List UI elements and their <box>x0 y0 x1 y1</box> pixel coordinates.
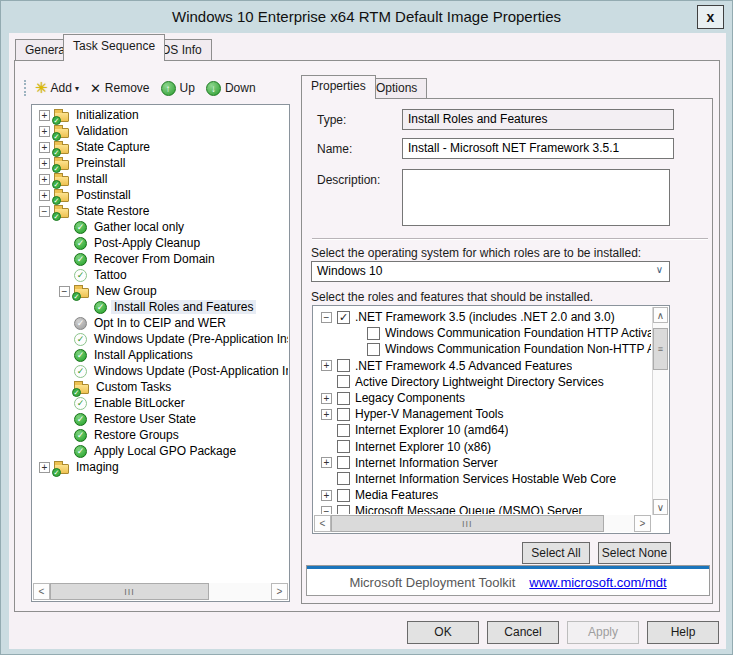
checkbox-unchecked[interactable] <box>337 505 350 514</box>
roles-list-item[interactable]: −✓.NET Framework 3.5 (includes .NET 2.0 … <box>314 309 651 325</box>
ok-button[interactable]: OK <box>407 621 479 644</box>
tree-scroll-thumb[interactable]: III <box>50 583 209 600</box>
description-field[interactable] <box>402 169 670 226</box>
collapse-icon[interactable]: − <box>39 206 50 217</box>
checkbox-unchecked[interactable] <box>337 408 350 421</box>
roles-list-item[interactable]: Internet Explorer 10 (amd64) <box>314 422 651 438</box>
name-field[interactable]: Install - Microsoft NET Framework 3.5.1 <box>402 138 674 159</box>
tree-item[interactable]: +✓State Capture <box>33 139 288 155</box>
collapse-icon[interactable]: − <box>321 506 332 514</box>
expand-icon[interactable]: + <box>39 190 50 201</box>
expand-icon[interactable]: + <box>39 126 50 137</box>
add-label: Add <box>51 81 72 95</box>
roles-list-item[interactable]: −Microsoft Message Queue (MSMQ) Server <box>314 503 651 514</box>
add-dropdown-icon[interactable]: ▾ <box>75 84 79 93</box>
tree-item[interactable]: ✓Gather local only <box>33 219 288 235</box>
tree-item[interactable]: ✓Post-Apply Cleanup <box>33 235 288 251</box>
checkbox-unchecked[interactable] <box>367 343 380 356</box>
tree-item[interactable]: ✓Restore Groups <box>33 427 288 443</box>
scroll-left-icon[interactable]: < <box>314 515 331 532</box>
folder-check-badge-icon: ✓ <box>72 292 81 301</box>
checkbox-unchecked[interactable] <box>337 359 350 372</box>
dialog-window: Windows 10 Enterprise x64 RTM Default Im… <box>0 0 733 655</box>
checkbox-unchecked[interactable] <box>337 424 350 437</box>
up-button[interactable]: ↑ Up <box>161 81 195 96</box>
tree-item[interactable]: +✓Preinstall <box>33 155 288 171</box>
roles-vertical-scrollbar[interactable]: ∧ ≡ ∨ <box>652 307 668 515</box>
roles-list-item[interactable]: +Media Features <box>314 487 651 503</box>
scroll-right-icon[interactable]: > <box>634 515 651 532</box>
tree-item[interactable]: +✓Imaging <box>33 459 288 475</box>
collapse-icon[interactable]: − <box>321 312 332 323</box>
checkbox-unchecked[interactable] <box>337 456 350 469</box>
expand-icon[interactable]: + <box>39 110 50 121</box>
tree-item[interactable]: ✓Opt In to CEIP and WER <box>33 315 288 331</box>
select-none-button[interactable]: Select None <box>598 542 671 564</box>
roles-list-item[interactable]: Active Directory Lightweight Directory S… <box>314 374 651 390</box>
expand-icon[interactable]: + <box>321 490 332 501</box>
expand-icon[interactable]: + <box>321 409 332 420</box>
roles-list-item[interactable]: Windows Communication Foundation HTTP Ac… <box>314 325 651 341</box>
expand-icon[interactable]: + <box>321 457 332 468</box>
roles-list-item[interactable]: +Legacy Components <box>314 390 651 406</box>
down-button[interactable]: ↓ Down <box>206 81 256 96</box>
checkbox-checked[interactable]: ✓ <box>337 311 350 324</box>
tree-item[interactable]: −✓New Group <box>33 283 288 299</box>
mdt-link[interactable]: www.microsoft.com/mdt <box>529 575 666 590</box>
cancel-button[interactable]: Cancel <box>487 621 559 644</box>
roles-list-item[interactable]: Internet Explorer 10 (x86) <box>314 439 651 455</box>
select-all-button[interactable]: Select All <box>522 542 590 564</box>
tree-item[interactable]: ✓Windows Update (Pre-Application Install… <box>33 331 288 347</box>
expand-icon[interactable]: + <box>39 158 50 169</box>
roles-scroll-track[interactable]: III <box>331 515 634 532</box>
remove-button[interactable]: ✕ Remove <box>90 81 150 96</box>
tree-item[interactable]: ✓Install Applications <box>33 347 288 363</box>
expand-icon[interactable]: + <box>39 174 50 185</box>
tree-item[interactable]: ✓Enable BitLocker <box>33 395 288 411</box>
checkbox-unchecked[interactable] <box>337 375 350 388</box>
checkbox-unchecked[interactable] <box>337 489 350 502</box>
expand-icon[interactable]: + <box>39 462 50 473</box>
roles-item-label: Legacy Components <box>355 391 465 405</box>
os-select-dropdown[interactable]: Windows 10 ∨ <box>311 261 670 282</box>
expand-icon[interactable]: + <box>39 142 50 153</box>
tab-properties[interactable]: Properties <box>301 75 376 99</box>
checkbox-unchecked[interactable] <box>337 392 350 405</box>
expand-icon[interactable]: + <box>321 360 332 371</box>
roles-list-item[interactable]: Windows Communication Foundation Non-HTT… <box>314 341 651 357</box>
tree-item[interactable]: −✓State Restore <box>33 203 288 219</box>
checkbox-unchecked[interactable] <box>337 472 350 485</box>
roles-scroll-thumb[interactable]: III <box>331 515 604 532</box>
checkbox-unchecked[interactable] <box>367 327 380 340</box>
tree-item[interactable]: +✓Validation <box>33 123 288 139</box>
tree-scroll-track[interactable]: III <box>50 583 271 600</box>
tree-item[interactable]: ✓Tattoo <box>33 267 288 283</box>
close-button[interactable]: x <box>697 5 724 29</box>
tree-item[interactable]: ✓Restore User State <box>33 411 288 427</box>
roles-list-item[interactable]: Internet Information Services Hostable W… <box>314 471 651 487</box>
roles-list-item[interactable]: +Hyper-V Management Tools <box>314 406 651 422</box>
expand-icon[interactable]: + <box>321 393 332 404</box>
scroll-right-icon[interactable]: > <box>271 583 288 600</box>
roles-vscroll-thumb[interactable]: ≡ <box>653 328 668 370</box>
tree-item[interactable]: +✓Initialization <box>33 107 288 123</box>
tree-item[interactable]: +✓Install <box>33 171 288 187</box>
roles-horizontal-scrollbar[interactable]: < III > <box>314 515 651 532</box>
checkbox-unchecked[interactable] <box>337 440 350 453</box>
collapse-icon[interactable]: − <box>59 286 70 297</box>
tree-horizontal-scrollbar[interactable]: < III > <box>33 583 288 600</box>
tree-item[interactable]: +✓Postinstall <box>33 187 288 203</box>
roles-list-item[interactable]: +.NET Framework 4.5 Advanced Features <box>314 358 651 374</box>
scroll-down-icon[interactable]: ∨ <box>653 499 668 515</box>
tree-item[interactable]: ✓Custom Tasks <box>33 379 288 395</box>
tree-item[interactable]: ✓Install Roles and Features <box>33 299 288 315</box>
help-button[interactable]: Help <box>647 621 719 644</box>
scroll-left-icon[interactable]: < <box>33 583 50 600</box>
roles-list-item[interactable]: +Internet Information Server <box>314 455 651 471</box>
scroll-up-icon[interactable]: ∧ <box>653 307 668 323</box>
add-button[interactable]: ✳ Add ▾ <box>35 79 79 97</box>
tree-item[interactable]: ✓Recover From Domain <box>33 251 288 267</box>
tree-item[interactable]: ✓Windows Update (Post-Application Instal… <box>33 363 288 379</box>
tab-task-sequence[interactable]: Task Sequence <box>63 34 165 61</box>
tree-item[interactable]: ✓Apply Local GPO Package <box>33 443 288 459</box>
